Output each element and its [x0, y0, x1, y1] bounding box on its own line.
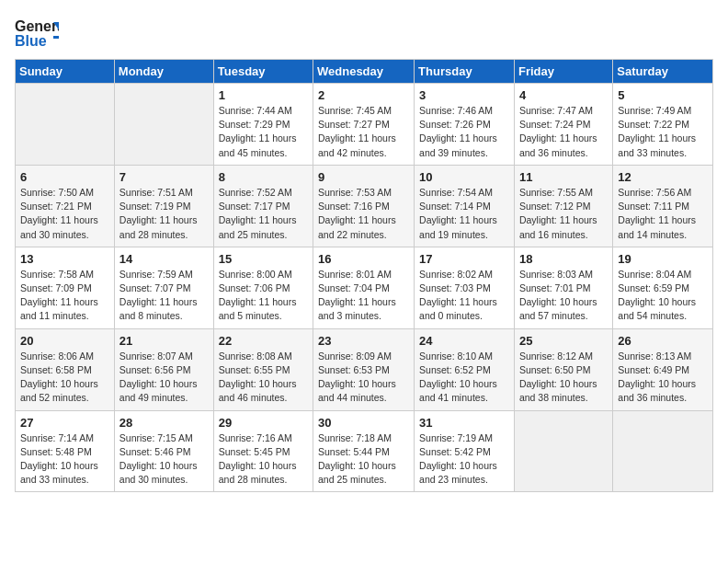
day-header-sunday: Sunday — [16, 60, 115, 84]
day-number: 12 — [618, 170, 708, 184]
calendar-cell: 16Sunrise: 8:01 AMSunset: 7:04 PMDayligh… — [313, 247, 415, 328]
day-number: 28 — [119, 416, 209, 430]
day-info: Sunrise: 7:54 AMSunset: 7:14 PMDaylight:… — [419, 186, 509, 242]
day-info: Sunrise: 7:46 AMSunset: 7:26 PMDaylight:… — [419, 104, 509, 160]
day-number: 8 — [219, 170, 308, 184]
day-number: 21 — [119, 334, 209, 348]
calendar-cell: 15Sunrise: 8:00 AMSunset: 7:06 PMDayligh… — [213, 247, 313, 328]
calendar-cell: 21Sunrise: 8:07 AMSunset: 6:56 PMDayligh… — [114, 328, 213, 410]
day-number: 23 — [318, 334, 409, 348]
day-number: 25 — [519, 334, 608, 348]
day-info: Sunrise: 8:07 AMSunset: 6:56 PMDaylight:… — [119, 350, 209, 406]
svg-rect-3 — [53, 36, 59, 39]
day-info: Sunrise: 8:08 AMSunset: 6:55 PMDaylight:… — [219, 350, 308, 406]
day-number: 4 — [519, 88, 608, 102]
day-info: Sunrise: 7:14 AMSunset: 5:48 PMDaylight:… — [20, 431, 109, 488]
calendar-table: SundayMondayTuesdayWednesdayThursdayFrid… — [15, 59, 713, 492]
day-number: 27 — [20, 416, 109, 430]
day-number: 31 — [419, 416, 509, 430]
day-info: Sunrise: 7:47 AMSunset: 7:24 PMDaylight:… — [519, 104, 608, 160]
day-number: 20 — [20, 334, 109, 348]
calendar-cell: 2Sunrise: 7:45 AMSunset: 7:27 PMDaylight… — [313, 84, 415, 166]
calendar-week-row: 20Sunrise: 8:06 AMSunset: 6:58 PMDayligh… — [16, 328, 713, 410]
day-info: Sunrise: 7:58 AMSunset: 7:09 PMDaylight:… — [20, 268, 109, 324]
calendar-cell: 6Sunrise: 7:50 AMSunset: 7:21 PMDaylight… — [16, 165, 115, 247]
day-header-monday: Monday — [114, 60, 213, 84]
day-info: Sunrise: 7:15 AMSunset: 5:46 PMDaylight:… — [119, 431, 209, 488]
svg-text:General: General — [15, 18, 59, 34]
day-info: Sunrise: 8:10 AMSunset: 6:52 PMDaylight:… — [419, 350, 509, 406]
day-number: 7 — [119, 170, 209, 184]
calendar-cell: 4Sunrise: 7:47 AMSunset: 7:24 PMDaylight… — [514, 84, 612, 166]
day-number: 24 — [419, 334, 509, 348]
calendar-week-row: 1Sunrise: 7:44 AMSunset: 7:29 PMDaylight… — [16, 84, 713, 166]
calendar-cell: 31Sunrise: 7:19 AMSunset: 5:42 PMDayligh… — [415, 410, 515, 492]
calendar-cell — [514, 410, 612, 492]
calendar-cell: 13Sunrise: 7:58 AMSunset: 7:09 PMDayligh… — [16, 247, 115, 328]
day-number: 3 — [419, 88, 509, 102]
calendar-cell: 22Sunrise: 8:08 AMSunset: 6:55 PMDayligh… — [213, 328, 313, 410]
day-info: Sunrise: 7:53 AMSunset: 7:16 PMDaylight:… — [318, 186, 409, 242]
calendar-week-row: 6Sunrise: 7:50 AMSunset: 7:21 PMDaylight… — [16, 165, 713, 247]
calendar-cell: 1Sunrise: 7:44 AMSunset: 7:29 PMDaylight… — [213, 84, 313, 166]
day-number: 10 — [419, 170, 509, 184]
page-header: General Blue — [15, 15, 713, 50]
day-info: Sunrise: 7:18 AMSunset: 5:44 PMDaylight:… — [318, 431, 409, 488]
day-number: 18 — [519, 252, 608, 266]
day-number: 19 — [618, 252, 708, 266]
day-info: Sunrise: 8:04 AMSunset: 6:59 PMDaylight:… — [618, 268, 708, 324]
day-header-saturday: Saturday — [613, 60, 713, 84]
day-info: Sunrise: 7:45 AMSunset: 7:27 PMDaylight:… — [318, 104, 409, 160]
day-info: Sunrise: 7:49 AMSunset: 7:22 PMDaylight:… — [618, 104, 708, 160]
day-info: Sunrise: 7:44 AMSunset: 7:29 PMDaylight:… — [219, 104, 308, 160]
calendar-cell — [16, 84, 115, 166]
day-info: Sunrise: 7:16 AMSunset: 5:45 PMDaylight:… — [219, 431, 308, 488]
day-number: 11 — [519, 170, 608, 184]
day-info: Sunrise: 8:00 AMSunset: 7:06 PMDaylight:… — [219, 268, 308, 324]
calendar-cell: 20Sunrise: 8:06 AMSunset: 6:58 PMDayligh… — [16, 328, 115, 410]
day-number: 29 — [219, 416, 308, 430]
day-info: Sunrise: 8:09 AMSunset: 6:53 PMDaylight:… — [318, 350, 409, 406]
calendar-cell: 3Sunrise: 7:46 AMSunset: 7:26 PMDaylight… — [415, 84, 515, 166]
day-number: 13 — [20, 252, 109, 266]
calendar-header-row: SundayMondayTuesdayWednesdayThursdayFrid… — [16, 60, 713, 84]
calendar-cell: 27Sunrise: 7:14 AMSunset: 5:48 PMDayligh… — [16, 410, 115, 492]
day-info: Sunrise: 7:56 AMSunset: 7:11 PMDaylight:… — [618, 186, 708, 242]
day-info: Sunrise: 7:52 AMSunset: 7:17 PMDaylight:… — [219, 186, 308, 242]
day-info: Sunrise: 8:01 AMSunset: 7:04 PMDaylight:… — [318, 268, 409, 324]
day-number: 9 — [318, 170, 409, 184]
day-info: Sunrise: 8:12 AMSunset: 6:50 PMDaylight:… — [519, 350, 608, 406]
day-number: 30 — [318, 416, 409, 430]
calendar-cell: 5Sunrise: 7:49 AMSunset: 7:22 PMDaylight… — [613, 84, 713, 166]
day-info: Sunrise: 7:50 AMSunset: 7:21 PMDaylight:… — [20, 186, 109, 242]
day-info: Sunrise: 7:51 AMSunset: 7:19 PMDaylight:… — [119, 186, 209, 242]
calendar-cell: 10Sunrise: 7:54 AMSunset: 7:14 PMDayligh… — [415, 165, 515, 247]
day-header-tuesday: Tuesday — [213, 60, 313, 84]
calendar-week-row: 13Sunrise: 7:58 AMSunset: 7:09 PMDayligh… — [16, 247, 713, 328]
calendar-cell: 28Sunrise: 7:15 AMSunset: 5:46 PMDayligh… — [114, 410, 213, 492]
day-header-friday: Friday — [514, 60, 612, 84]
calendar-cell: 26Sunrise: 8:13 AMSunset: 6:49 PMDayligh… — [613, 328, 713, 410]
day-number: 6 — [20, 170, 109, 184]
calendar-cell: 7Sunrise: 7:51 AMSunset: 7:19 PMDaylight… — [114, 165, 213, 247]
calendar-cell: 17Sunrise: 8:02 AMSunset: 7:03 PMDayligh… — [415, 247, 515, 328]
day-info: Sunrise: 8:06 AMSunset: 6:58 PMDaylight:… — [20, 350, 109, 406]
calendar-cell: 29Sunrise: 7:16 AMSunset: 5:45 PMDayligh… — [213, 410, 313, 492]
calendar-cell: 12Sunrise: 7:56 AMSunset: 7:11 PMDayligh… — [613, 165, 713, 247]
calendar-cell — [114, 84, 213, 166]
calendar-cell: 8Sunrise: 7:52 AMSunset: 7:17 PMDaylight… — [213, 165, 313, 247]
day-number: 22 — [219, 334, 308, 348]
calendar-cell: 24Sunrise: 8:10 AMSunset: 6:52 PMDayligh… — [415, 328, 515, 410]
svg-text:Blue: Blue — [15, 33, 47, 49]
calendar-cell: 14Sunrise: 7:59 AMSunset: 7:07 PMDayligh… — [114, 247, 213, 328]
day-number: 26 — [618, 334, 708, 348]
day-header-thursday: Thursday — [415, 60, 515, 84]
calendar-cell: 23Sunrise: 8:09 AMSunset: 6:53 PMDayligh… — [313, 328, 415, 410]
day-number: 15 — [219, 252, 308, 266]
calendar-cell: 25Sunrise: 8:12 AMSunset: 6:50 PMDayligh… — [514, 328, 612, 410]
day-number: 14 — [119, 252, 209, 266]
calendar-cell: 9Sunrise: 7:53 AMSunset: 7:16 PMDaylight… — [313, 165, 415, 247]
logo: General Blue — [15, 15, 59, 50]
calendar-cell — [613, 410, 713, 492]
day-number: 17 — [419, 252, 509, 266]
